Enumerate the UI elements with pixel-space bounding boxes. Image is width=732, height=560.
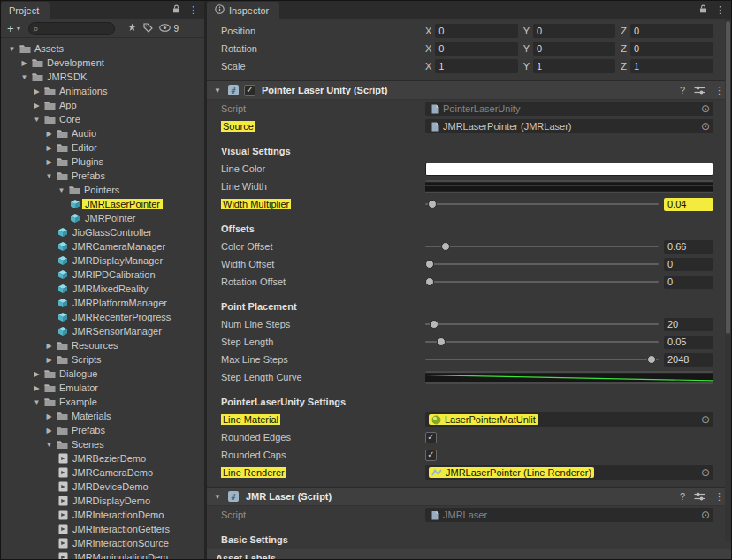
foldout-open-icon[interactable]: ▼ (19, 73, 30, 81)
foldout-closed-icon[interactable]: ▶ (43, 412, 55, 420)
component-enabled-checkbox[interactable]: ✓ (244, 85, 255, 96)
tree-item-core[interactable]: ▼Core (1, 112, 204, 126)
slider-track[interactable] (425, 263, 659, 265)
create-asset-button[interactable]: + ▼ (4, 22, 25, 35)
tab-project[interactable]: Project (1, 2, 50, 19)
object-picker-icon[interactable]: ⊙ (701, 510, 710, 520)
tree-item-jmrmixedreality[interactable]: JMRMixedReality (1, 282, 204, 296)
tree-item-audio[interactable]: ▶Audio (1, 126, 204, 140)
tree-item-pointers[interactable]: ▼Pointers (1, 183, 204, 197)
panel-menu-icon[interactable]: ⋮ (715, 4, 725, 16)
tree-item-jmrsdk[interactable]: ▼JMRSDK (1, 70, 204, 84)
tree-item-jmrpointer[interactable]: JMRPointer (1, 211, 204, 225)
slider[interactable] (425, 239, 659, 254)
asset-labels-bar[interactable]: Asset Labels (207, 549, 731, 559)
help-icon[interactable]: ? (680, 491, 685, 502)
slider-track[interactable] (425, 341, 659, 343)
tree-item-jmrmanipulationdem[interactable]: JMRManipulationDem (1, 550, 204, 559)
tree-item-prefabs[interactable]: ▶Prefabs (1, 423, 204, 437)
foldout-closed-icon[interactable]: ▶ (31, 384, 42, 392)
tree-item-jmrdevicedemo[interactable]: JMRDeviceDemo (1, 480, 204, 494)
component-header[interactable]: ▼#JMR Laser (Script)?⋮ (207, 487, 731, 506)
axis-value-field[interactable]: 0 (435, 24, 517, 38)
slider[interactable] (425, 197, 659, 211)
scrollbar-thumb[interactable] (726, 21, 730, 334)
foldout-closed-icon[interactable]: ▶ (31, 370, 42, 378)
lock-icon[interactable] (699, 4, 707, 15)
object-field[interactable]: LaserPointerMatUnlit⊙ (425, 412, 713, 427)
tree-item-jmrinteractiongetters[interactable]: JMRInteractionGetters (1, 522, 204, 536)
slider-track[interactable] (425, 246, 659, 247)
slider-knob[interactable] (437, 337, 446, 346)
tree-item-jmrcameramanager[interactable]: JMRCameraManager (1, 239, 204, 254)
slider-knob[interactable] (425, 277, 434, 286)
tree-item-jioglasscontroller[interactable]: JioGlassController (1, 225, 204, 239)
object-field[interactable]: JMRLaserPointer (Line Renderer)⊙ (425, 465, 713, 480)
tree-item-jmrdisplaymanager[interactable]: JMRDisplayManager (1, 254, 204, 268)
foldout-closed-icon[interactable]: ▶ (43, 130, 55, 138)
slider[interactable] (425, 335, 659, 349)
slider[interactable] (425, 317, 659, 331)
tree-item-prefabs[interactable]: ▼Prefabs (1, 169, 204, 183)
value-field[interactable]: 0 (664, 258, 713, 271)
axis-value-field[interactable]: 0 (533, 24, 615, 38)
tree-item-animations[interactable]: ▶Animations (1, 84, 204, 98)
tree-item-jmrcamerademo[interactable]: JMRCameraDemo (1, 465, 204, 480)
presets-icon[interactable] (694, 86, 705, 95)
help-icon[interactable]: ? (680, 85, 685, 95)
slider[interactable] (425, 275, 659, 289)
foldout-closed-icon[interactable]: ▶ (43, 342, 55, 350)
tree-item-jmrplatformmanager[interactable]: JMRPlatformManager (1, 296, 204, 310)
slider-knob[interactable] (441, 242, 450, 251)
foldout-closed-icon[interactable]: ▶ (43, 158, 55, 166)
foldout-open-icon[interactable]: ▼ (31, 398, 42, 406)
axis-value-field[interactable]: 1 (435, 59, 517, 73)
foldout-closed-icon[interactable]: ▶ (31, 87, 42, 95)
object-field[interactable]: JMRLaser⊙ (425, 508, 713, 522)
component-menu-icon[interactable]: ⋮ (714, 491, 724, 503)
tree-item-scenes[interactable]: ▼Scenes (1, 437, 204, 451)
tree-item-materials[interactable]: ▶Materials (1, 409, 204, 423)
foldout-closed-icon[interactable]: ▶ (19, 59, 30, 67)
object-picker-icon[interactable]: ⊙ (701, 121, 710, 132)
panel-menu-icon[interactable]: ⋮ (188, 4, 198, 16)
tree-item-assets[interactable]: ▼Assets (1, 42, 204, 56)
tree-item-app[interactable]: ▶App (1, 98, 204, 112)
slider-knob[interactable] (425, 260, 434, 269)
object-picker-icon[interactable]: ⊙ (701, 103, 710, 114)
slider[interactable] (425, 352, 659, 367)
slider-track[interactable] (425, 281, 659, 283)
value-field[interactable]: 20 (664, 318, 713, 331)
tree-item-development[interactable]: ▶Development (1, 56, 204, 70)
search-by-type-icon[interactable] (127, 23, 137, 34)
object-picker-icon[interactable]: ⊙ (701, 467, 710, 478)
color-field[interactable] (425, 163, 713, 176)
object-picker-icon[interactable]: ⊙ (701, 414, 710, 425)
axis-value-field[interactable]: 0 (533, 42, 615, 56)
foldout-closed-icon[interactable]: ▶ (31, 102, 42, 110)
axis-value-field[interactable]: 0 (435, 42, 517, 56)
foldout-closed-icon[interactable]: ▶ (43, 356, 55, 364)
tree-item-scripts[interactable]: ▶Scripts (1, 352, 204, 367)
value-field[interactable]: 0 (664, 276, 713, 289)
value-field[interactable]: 0.66 (664, 240, 713, 254)
presets-icon[interactable] (694, 492, 705, 501)
tree-item-jmrinteractionsource[interactable]: JMRInteractionSource (1, 536, 204, 550)
slider-knob[interactable] (428, 200, 437, 208)
tree-item-plugins[interactable]: ▶Plugins (1, 155, 204, 169)
tree-item-jmrbezierdemo[interactable]: JMRBezierDemo (1, 451, 204, 465)
checkbox[interactable]: ✓ (425, 432, 437, 443)
foldout-open-icon[interactable]: ▼ (6, 45, 18, 53)
foldout-open-icon[interactable]: ▼ (31, 116, 42, 124)
tree-item-jmripdcalibration[interactable]: JMRIPDCalibration (1, 268, 204, 282)
tree-item-jmrinteractiondemo[interactable]: JMRInteractionDemo (1, 508, 204, 522)
axis-value-field[interactable]: 1 (533, 59, 615, 73)
slider[interactable] (425, 257, 659, 271)
inspector-scrollbar[interactable] (725, 19, 731, 541)
search-input[interactable] (42, 24, 110, 34)
tab-inspector[interactable]: Inspector (207, 2, 279, 19)
axis-value-field[interactable]: 0 (630, 42, 713, 56)
component-header[interactable]: ▼#✓Pointer Laser Unity (Script)?⋮ (207, 80, 731, 100)
object-field[interactable]: PointerLaserUnity⊙ (425, 102, 713, 116)
object-field[interactable]: JMRLaserPointer (JMRLaser)⊙ (425, 119, 713, 133)
